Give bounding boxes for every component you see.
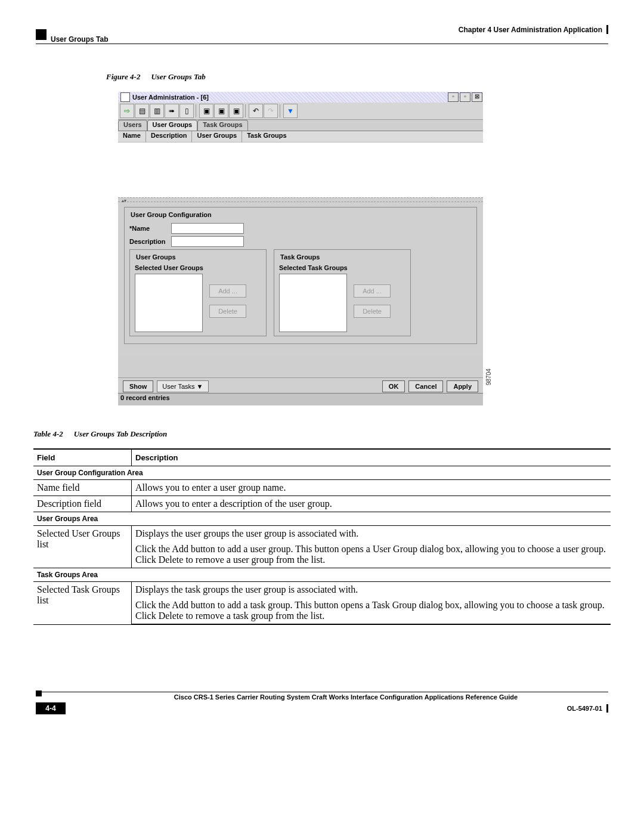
toolbar-btn-4[interactable]: ➠ (165, 104, 179, 118)
toolbar-btn-7[interactable]: ▣ (214, 104, 228, 118)
th-desc: Description (132, 449, 611, 466)
ok-button[interactable]: OK (382, 380, 405, 392)
filter-icon[interactable]: ▼ (283, 104, 298, 118)
user-tasks-dropdown[interactable]: User Tasks ▼ (157, 380, 208, 392)
show-button[interactable]: Show (123, 380, 153, 392)
footer-square (36, 690, 42, 696)
col-taskgroups[interactable]: Task Groups (242, 131, 291, 142)
name-label: *Name (129, 225, 171, 232)
window-title: User Administration - [6] (132, 94, 209, 101)
form-panel: User Group Configuration *Name Descripti… (118, 202, 483, 355)
section-label: User Groups Tab (51, 35, 108, 44)
grid-body[interactable] (118, 142, 483, 197)
undo-icon[interactable]: ↶ (249, 104, 263, 118)
row-stg-field: Selected Task Groups list (33, 582, 132, 625)
window-icon (120, 92, 130, 102)
row-sug-desc2: Click the Add button to add a user group… (132, 541, 611, 568)
col-name[interactable]: Name (118, 131, 146, 142)
section-tga: Task Groups Area (33, 568, 611, 582)
minimize-icon[interactable]: ▫ (448, 92, 459, 102)
table-caption: Table 4-2User Groups Tab Description (33, 429, 167, 439)
cancel-button[interactable]: Cancel (408, 380, 443, 392)
toolbar-btn-5[interactable]: ▯ (179, 104, 194, 118)
ug-sublabel: Selected User Groups (135, 264, 261, 271)
submit-icon[interactable]: ⇨ (120, 104, 134, 118)
tab-user-groups[interactable]: User Groups (147, 120, 198, 131)
tab-task-groups[interactable]: Task Groups (197, 120, 247, 131)
footer-rule (36, 692, 608, 692)
tg-legend: Task Groups (279, 253, 321, 261)
row-desc-field: Description field (33, 496, 132, 512)
name-input[interactable] (171, 223, 244, 234)
row-sug-field: Selected User Groups list (33, 526, 132, 568)
screenshot-window: User Administration - [6] ▫ ▫ ⊠ ⇨ ▤ ▥ ➠ … (118, 92, 483, 405)
header-rule (36, 44, 608, 44)
row-desc-desc: Allows you to enter a description of the… (132, 496, 611, 512)
ug-add-button[interactable]: Add ... (209, 284, 246, 298)
redo-icon[interactable]: ↷ (264, 104, 278, 118)
doc-id: OL-5497-01 (567, 705, 602, 712)
apply-button[interactable]: Apply (447, 380, 478, 392)
dialog-footer: Show User Tasks ▼ OK Cancel Apply (118, 377, 483, 395)
toolbar-btn-6[interactable]: ▣ (199, 104, 213, 118)
description-table: Field Description User Group Configurati… (33, 448, 611, 625)
row-stg-desc1: Displays the task groups the user group … (132, 582, 611, 598)
page-number: 4-4 (36, 702, 66, 714)
status-bar: 0 record entries (118, 393, 483, 405)
selected-user-groups-list[interactable] (135, 274, 203, 332)
close-icon[interactable]: ⊠ (472, 92, 482, 102)
toolbar-btn-8[interactable]: ▣ (229, 104, 243, 118)
toolbar-btn-3[interactable]: ▥ (150, 104, 164, 118)
row-name-desc: Allows you to enter a user group name. (132, 480, 611, 496)
titlebar: User Administration - [6] ▫ ▫ ⊠ (118, 92, 483, 103)
toolbar: ⇨ ▤ ▥ ➠ ▯ ▣ ▣ ▣ ↶ ↷ ▼ (118, 103, 483, 120)
user-group-config-fieldset: User Group Configuration *Name Descripti… (124, 207, 477, 344)
doc-id-bar (606, 704, 608, 713)
chapter-label: Chapter 4 User Administration Applicatio… (459, 26, 602, 34)
tg-sublabel: Selected Task Groups (279, 264, 405, 271)
user-groups-fieldset: User Groups Selected User Groups Add ...… (129, 249, 267, 336)
tab-users[interactable]: Users (118, 120, 147, 131)
header-square (36, 29, 47, 40)
grid-header: Name Description User Groups Task Groups (118, 131, 483, 142)
th-field: Field (33, 449, 132, 466)
task-groups-fieldset: Task Groups Selected Task Groups Add ...… (274, 249, 411, 336)
header-bar-right (606, 25, 608, 34)
col-desc[interactable]: Description (146, 131, 193, 142)
description-label: Description (129, 238, 171, 245)
image-id: 98704 (485, 368, 492, 385)
splitter[interactable]: ▴▾ (118, 197, 483, 202)
col-usergroups[interactable]: User Groups (192, 131, 242, 142)
section-ugca: User Group Configuration Area (33, 466, 611, 480)
tg-add-button[interactable]: Add ... (354, 284, 391, 298)
section-uga: User Groups Area (33, 512, 611, 526)
row-name-field: Name field (33, 480, 132, 496)
row-stg-desc2: Click the Add button to add a task group… (132, 597, 611, 624)
row-sug-desc1: Displays the user groups the user group … (132, 526, 611, 542)
ug-legend: User Groups (135, 253, 177, 261)
ug-delete-button[interactable]: Delete (209, 305, 246, 318)
config-legend: User Group Configuration (129, 211, 213, 218)
tabs: Users User Groups Task Groups (118, 120, 483, 131)
description-input[interactable] (171, 236, 244, 247)
toolbar-btn-2[interactable]: ▤ (135, 104, 149, 118)
maximize-icon[interactable]: ▫ (460, 92, 470, 102)
figure-caption: Figure 4-2User Groups Tab (106, 72, 206, 82)
selected-task-groups-list[interactable] (279, 274, 347, 332)
tg-delete-button[interactable]: Delete (354, 305, 391, 318)
doc-title: Cisco CRS-1 Series Carrier Routing Syste… (83, 693, 608, 701)
